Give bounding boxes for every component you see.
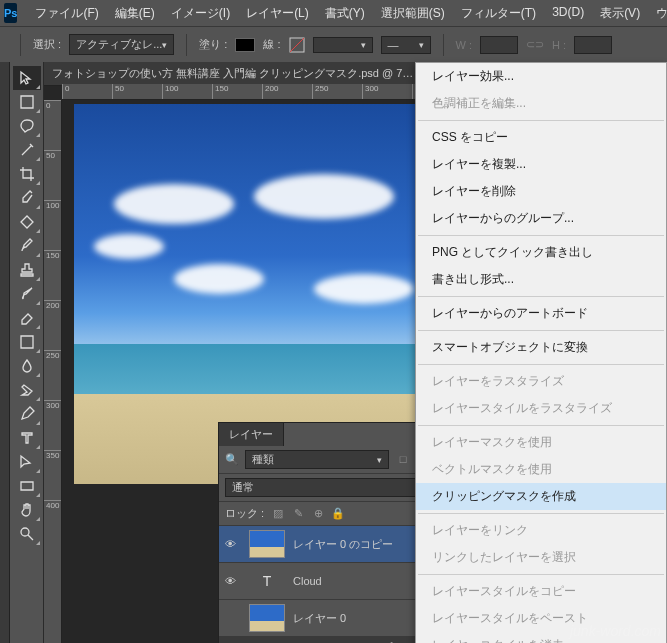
menu-item[interactable]: PNG としてクイック書き出し [416, 239, 666, 266]
tool-move[interactable] [13, 66, 41, 90]
menu-item[interactable]: クリッピングマスクを作成 [416, 483, 666, 510]
tool-history[interactable] [13, 282, 41, 306]
layer-thumbnail[interactable] [249, 604, 285, 632]
tool-crop[interactable] [13, 162, 41, 186]
menu-item[interactable]: レイヤーを複製... [416, 151, 666, 178]
menu-ウィンド[interactable]: ウィンド [648, 1, 667, 26]
stroke-style-dropdown[interactable]: —▾ [381, 36, 431, 54]
tool-hand[interactable] [13, 498, 41, 522]
lock-icon[interactable]: ⊕ [310, 507, 326, 520]
document-tab[interactable]: フォトショップの使い方 無料講座 入門編 クリッピングマスク.psd @ 70%… [44, 62, 424, 86]
tool-path[interactable] [13, 450, 41, 474]
menu-item[interactable]: CSS をコピー [416, 124, 666, 151]
tool-eraser[interactable] [13, 306, 41, 330]
menu-item[interactable]: スマートオブジェクトに変換 [416, 334, 666, 361]
menu-bar: Ps ファイル(F)編集(E)イメージ(I)レイヤー(L)書式(Y)選択範囲(S… [0, 0, 667, 26]
stroke-swatch[interactable] [289, 37, 305, 53]
lock-icon[interactable]: ✎ [290, 507, 306, 520]
tool-zoom[interactable] [13, 522, 41, 546]
menu-編集[interactable]: 編集(E) [107, 1, 163, 26]
lock-icon[interactable]: 🔒 [330, 507, 346, 520]
select-dropdown[interactable]: アクティブなレ...▾ [69, 34, 174, 55]
svg-line-1 [290, 38, 304, 52]
blend-mode-dropdown[interactable]: 通常▾ [225, 478, 438, 497]
tool-palette [10, 62, 44, 643]
layer-thumbnail[interactable] [249, 530, 285, 558]
tool-dodge[interactable] [13, 378, 41, 402]
tool-type[interactable] [13, 426, 41, 450]
options-bar: 選択 : アクティブなレ...▾ 塗り : 線 : ▾ —▾ W : ⊂⊃ H … [0, 26, 667, 62]
visibility-icon[interactable]: 👁 [225, 538, 241, 550]
link-wh-icon[interactable]: ⊂⊃ [526, 38, 544, 51]
tool-pen[interactable] [13, 402, 41, 426]
search-icon: 🔍 [225, 453, 239, 466]
tool-gradient[interactable] [13, 330, 41, 354]
menu-item: レイヤースタイルをコピー [416, 578, 666, 605]
layer-filter-dropdown[interactable]: 種類▾ [245, 450, 389, 469]
stroke-width-dropdown[interactable]: ▾ [313, 37, 373, 53]
menu-item: レイヤースタイルをラスタライズ [416, 395, 666, 422]
line-label: 線 : [263, 37, 280, 52]
panel-tab-strip[interactable] [0, 62, 10, 643]
tool-eyedrop[interactable] [13, 186, 41, 210]
fill-label: 塗り : [199, 37, 227, 52]
menu-item[interactable]: 書き出し形式... [416, 266, 666, 293]
height-label: H : [552, 39, 566, 51]
menu-イメージ[interactable]: イメージ(I) [163, 1, 238, 26]
layer-name[interactable]: レイヤー 0 のコピー [293, 537, 393, 552]
menu-item: レイヤーをリンク [416, 517, 666, 544]
menu-3D[interactable]: 3D(D) [544, 1, 592, 26]
tool-lasso[interactable] [13, 114, 41, 138]
menu-item: レイヤーをラスタライズ [416, 368, 666, 395]
menu-item: 色調補正を編集... [416, 90, 666, 117]
menu-書式[interactable]: 書式(Y) [317, 1, 373, 26]
menu-表示[interactable]: 表示(V) [592, 1, 648, 26]
menu-フィルター[interactable]: フィルター(T) [453, 1, 544, 26]
document-title: フォトショップの使い方 無料講座 入門編 クリッピングマスク.psd @ 70%… [52, 66, 416, 81]
menu-item[interactable]: レイヤー効果... [416, 63, 666, 90]
layer-name[interactable]: Cloud [293, 575, 322, 587]
lock-icon[interactable]: ▨ [270, 507, 286, 520]
tool-blur[interactable] [13, 354, 41, 378]
tool-brush[interactable] [13, 234, 41, 258]
width-field[interactable] [480, 36, 518, 54]
layer-thumbnail[interactable]: T [249, 567, 285, 595]
tool-stamp[interactable] [13, 258, 41, 282]
tool-rect[interactable] [13, 474, 41, 498]
width-label: W : [456, 39, 473, 51]
filter-icon[interactable]: □ [395, 453, 411, 466]
menu-item: ベクトルマスクを使用 [416, 456, 666, 483]
watermark: junk-word.com [570, 623, 661, 639]
tool-wand[interactable] [13, 138, 41, 162]
menu-選択範囲[interactable]: 選択範囲(S) [373, 1, 453, 26]
tool-marquee[interactable] [13, 90, 41, 114]
lock-label: ロック : [225, 506, 264, 521]
fill-swatch[interactable] [235, 38, 255, 52]
layers-tab[interactable]: レイヤー [219, 423, 284, 446]
app-logo: Ps [4, 3, 17, 23]
layer-name[interactable]: レイヤー 0 [293, 611, 346, 626]
menu-item[interactable]: レイヤーからのグループ... [416, 205, 666, 232]
layer-context-menu: レイヤー効果...色調補正を編集...CSS をコピーレイヤーを複製...レイヤ… [415, 62, 667, 643]
menu-レイヤー[interactable]: レイヤー(L) [238, 1, 317, 26]
menu-item: レイヤーマスクを使用 [416, 429, 666, 456]
menu-item[interactable]: レイヤーを削除 [416, 178, 666, 205]
visibility-icon[interactable]: 👁 [225, 575, 241, 587]
menu-item: リンクしたレイヤーを選択 [416, 544, 666, 571]
height-field[interactable] [574, 36, 612, 54]
ruler-vertical: 050100150200250300350400 [44, 100, 62, 643]
menu-ファイル[interactable]: ファイル(F) [27, 1, 106, 26]
select-label: 選択 : [33, 37, 61, 52]
menu-item[interactable]: レイヤーからのアートボード [416, 300, 666, 327]
tool-heal[interactable] [13, 210, 41, 234]
